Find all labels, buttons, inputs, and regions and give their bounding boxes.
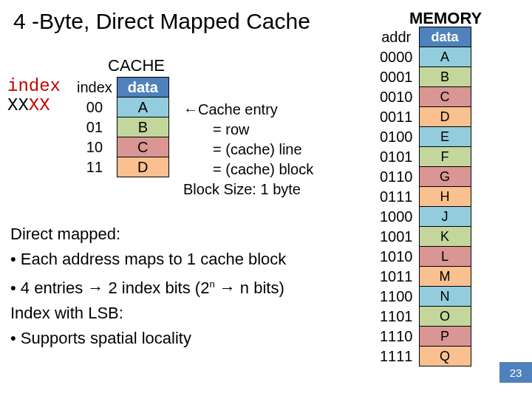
cache-index: 10 bbox=[72, 137, 117, 157]
memory-row: 0111H bbox=[374, 187, 471, 207]
memory-addr: 1110 bbox=[374, 327, 419, 347]
memory-addr: 0101 bbox=[374, 147, 419, 167]
memory-data: A bbox=[419, 47, 471, 67]
memory-data: C bbox=[419, 87, 471, 107]
cache-header-data: data bbox=[117, 78, 168, 98]
memory-data: K bbox=[419, 227, 471, 247]
memory-row: 1111Q bbox=[374, 347, 471, 366]
cache-index: 00 bbox=[72, 98, 117, 117]
memory-data: E bbox=[419, 127, 471, 147]
memory-addr: 0111 bbox=[374, 187, 419, 207]
memory-addr: 1001 bbox=[374, 227, 419, 247]
memory-row: 0000A bbox=[374, 47, 471, 67]
memory-data: G bbox=[419, 167, 471, 187]
memory-addr: 1010 bbox=[374, 247, 419, 267]
cache-heading: CACHE bbox=[108, 56, 165, 75]
memory-addr: 0110 bbox=[374, 167, 419, 187]
memory-data: L bbox=[419, 247, 471, 267]
memory-row: 1101O bbox=[374, 307, 471, 327]
page-number: 23 bbox=[499, 362, 532, 383]
index-word: index bbox=[7, 77, 61, 96]
memory-data: O bbox=[419, 307, 471, 327]
memory-data: Q bbox=[419, 347, 471, 366]
memory-addr: 0010 bbox=[374, 87, 419, 107]
memory-data: M bbox=[419, 267, 471, 287]
memory-row: 0110G bbox=[374, 167, 471, 187]
memory-header-addr: addr bbox=[374, 27, 419, 47]
memory-addr: 1011 bbox=[374, 267, 419, 287]
note-line: = (cache) line bbox=[183, 140, 313, 160]
note-cache-entry: ←Cache entry bbox=[183, 100, 313, 120]
memory-row: 0001B bbox=[374, 67, 471, 87]
memory-addr: 1111 bbox=[374, 347, 419, 366]
index-lsb-heading: Index with LSB: bbox=[10, 301, 286, 326]
memory-data: D bbox=[419, 107, 471, 127]
memory-row: 1011M bbox=[374, 267, 471, 287]
memory-addr: 1000 bbox=[374, 207, 419, 227]
memory-table: addr data 0000A0001B0010C0011D0100E0101F… bbox=[374, 27, 471, 366]
memory-row: 1100N bbox=[374, 287, 471, 307]
bullet-spatial-locality: • Supports spatial locality bbox=[10, 326, 286, 351]
note-block: = (cache) block bbox=[183, 160, 313, 180]
cache-index: 01 bbox=[72, 117, 117, 137]
cache-row: 01B bbox=[72, 117, 168, 137]
memory-row: 1010L bbox=[374, 247, 471, 267]
memory-addr: 0011 bbox=[374, 107, 419, 127]
memory-row: 0100E bbox=[374, 127, 471, 147]
memory-data: B bbox=[419, 67, 471, 87]
cache-data: A bbox=[117, 98, 168, 117]
memory-row: 0011D bbox=[374, 107, 471, 127]
memory-addr: 0001 bbox=[374, 67, 419, 87]
memory-row: 0101F bbox=[374, 147, 471, 167]
cache-index: 11 bbox=[72, 157, 117, 177]
cache-header-index: index bbox=[72, 78, 117, 98]
memory-addr: 0000 bbox=[374, 47, 419, 67]
cache-header-row: index data bbox=[72, 78, 168, 98]
bullet-each-address: • Each address maps to 1 cache block bbox=[10, 247, 286, 272]
note-row: = row bbox=[183, 120, 313, 140]
note-block-size: Block Size: 1 byte bbox=[183, 180, 313, 200]
direct-mapped-heading: Direct mapped: bbox=[10, 222, 286, 247]
memory-row: 0010C bbox=[374, 87, 471, 107]
memory-data: H bbox=[419, 187, 471, 207]
memory-row: 1000J bbox=[374, 207, 471, 227]
bullet-index-bits: • 4 entries → 2 index bits (2n → n bits) bbox=[10, 272, 286, 301]
cache-row: 11D bbox=[72, 157, 168, 177]
memory-data: F bbox=[419, 147, 471, 167]
memory-data: N bbox=[419, 287, 471, 307]
index-bits-label: index XXXX bbox=[7, 77, 61, 115]
memory-heading: MEMORY bbox=[409, 9, 482, 28]
cache-table: index data 00A01B10C11D bbox=[72, 77, 169, 177]
memory-data: P bbox=[419, 327, 471, 347]
memory-addr: 0100 bbox=[374, 127, 419, 147]
memory-row: 1001K bbox=[374, 227, 471, 247]
memory-data: J bbox=[419, 207, 471, 227]
memory-addr: 1100 bbox=[374, 287, 419, 307]
cache-data: D bbox=[117, 157, 168, 177]
index-bits: XXXX bbox=[7, 95, 50, 115]
cache-row: 10C bbox=[72, 137, 168, 157]
body-text: Direct mapped: • Each address maps to 1 … bbox=[10, 222, 286, 351]
memory-addr: 1101 bbox=[374, 307, 419, 327]
cache-data: C bbox=[117, 137, 168, 157]
cache-entry-notes: ←Cache entry = row = (cache) line = (cac… bbox=[183, 100, 313, 200]
memory-header-data: data bbox=[419, 27, 471, 47]
memory-header-row: addr data bbox=[374, 27, 471, 47]
cache-data: B bbox=[117, 117, 168, 137]
cache-row: 00A bbox=[72, 98, 168, 117]
memory-row: 1110P bbox=[374, 327, 471, 347]
